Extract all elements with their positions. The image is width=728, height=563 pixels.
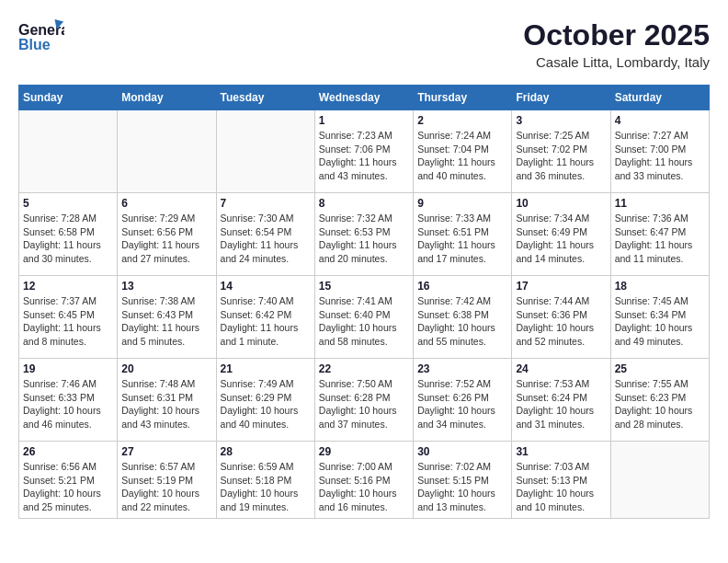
calendar-cell: 17Sunrise: 7:44 AMSunset: 6:36 PMDayligh… bbox=[512, 276, 610, 359]
day-number: 9 bbox=[417, 197, 507, 210]
day-info: Sunrise: 7:34 AMSunset: 6:49 PMDaylight:… bbox=[516, 212, 606, 266]
day-number: 11 bbox=[615, 197, 705, 210]
month-title: October 2025 bbox=[523, 18, 710, 52]
day-info: Sunrise: 7:25 AMSunset: 7:02 PMDaylight:… bbox=[516, 129, 606, 183]
day-number: 6 bbox=[121, 197, 211, 210]
calendar-cell: 5Sunrise: 7:28 AMSunset: 6:58 PMDaylight… bbox=[19, 193, 118, 276]
day-number: 25 bbox=[615, 362, 705, 375]
day-info: Sunrise: 6:59 AMSunset: 5:18 PMDaylight:… bbox=[221, 460, 311, 514]
calendar-cell: 22Sunrise: 7:50 AMSunset: 6:28 PMDayligh… bbox=[314, 359, 413, 442]
weekday-header: Monday bbox=[118, 86, 216, 110]
day-number: 30 bbox=[417, 445, 507, 458]
day-number: 14 bbox=[221, 280, 311, 293]
day-number: 26 bbox=[23, 445, 113, 458]
day-info: Sunrise: 7:48 AMSunset: 6:31 PMDaylight:… bbox=[121, 377, 211, 431]
calendar-cell: 21Sunrise: 7:49 AMSunset: 6:29 PMDayligh… bbox=[216, 359, 314, 442]
day-info: Sunrise: 7:55 AMSunset: 6:23 PMDaylight:… bbox=[615, 377, 705, 431]
day-number: 23 bbox=[417, 362, 507, 375]
day-number: 29 bbox=[319, 445, 409, 458]
day-info: Sunrise: 7:33 AMSunset: 6:51 PMDaylight:… bbox=[417, 212, 507, 266]
day-info: Sunrise: 7:45 AMSunset: 6:34 PMDaylight:… bbox=[615, 294, 705, 349]
calendar-cell: 20Sunrise: 7:48 AMSunset: 6:31 PMDayligh… bbox=[118, 359, 216, 442]
weekday-header: Wednesday bbox=[314, 86, 413, 110]
day-info: Sunrise: 7:03 AMSunset: 5:13 PMDaylight:… bbox=[516, 460, 606, 514]
weekday-header: Thursday bbox=[414, 86, 512, 110]
day-info: Sunrise: 7:30 AMSunset: 6:54 PMDaylight:… bbox=[221, 212, 311, 266]
weekday-header-row: SundayMondayTuesdayWednesdayThursdayFrid… bbox=[19, 86, 710, 110]
calendar-cell: 10Sunrise: 7:34 AMSunset: 6:49 PMDayligh… bbox=[512, 193, 610, 276]
weekday-header: Sunday bbox=[19, 86, 118, 110]
calendar-cell: 9Sunrise: 7:33 AMSunset: 6:51 PMDaylight… bbox=[414, 193, 512, 276]
day-info: Sunrise: 7:23 AMSunset: 7:06 PMDaylight:… bbox=[319, 129, 409, 183]
logo-icon: General Blue bbox=[18, 18, 64, 55]
day-info: Sunrise: 6:56 AMSunset: 5:21 PMDaylight:… bbox=[23, 460, 113, 514]
calendar-cell: 14Sunrise: 7:40 AMSunset: 6:42 PMDayligh… bbox=[216, 276, 314, 359]
day-info: Sunrise: 7:02 AMSunset: 5:15 PMDaylight:… bbox=[417, 460, 507, 514]
weekday-header: Tuesday bbox=[216, 86, 314, 110]
calendar-table: SundayMondayTuesdayWednesdayThursdayFrid… bbox=[18, 85, 710, 519]
calendar-cell: 19Sunrise: 7:46 AMSunset: 6:33 PMDayligh… bbox=[19, 359, 118, 442]
calendar-cell: 30Sunrise: 7:02 AMSunset: 5:15 PMDayligh… bbox=[414, 442, 512, 519]
location: Casale Litta, Lombardy, Italy bbox=[523, 54, 710, 70]
day-info: Sunrise: 7:38 AMSunset: 6:43 PMDaylight:… bbox=[121, 294, 211, 349]
svg-text:Blue: Blue bbox=[18, 37, 51, 52]
calendar-cell: 16Sunrise: 7:42 AMSunset: 6:38 PMDayligh… bbox=[414, 276, 512, 359]
calendar-cell bbox=[118, 110, 216, 193]
day-number: 3 bbox=[516, 114, 606, 127]
weekday-header: Saturday bbox=[610, 86, 709, 110]
day-number: 12 bbox=[23, 280, 113, 293]
day-number: 17 bbox=[516, 280, 606, 293]
day-info: Sunrise: 7:42 AMSunset: 6:38 PMDaylight:… bbox=[417, 294, 507, 349]
calendar-cell: 18Sunrise: 7:45 AMSunset: 6:34 PMDayligh… bbox=[610, 276, 709, 359]
day-number: 7 bbox=[221, 197, 311, 210]
calendar-cell: 24Sunrise: 7:53 AMSunset: 6:24 PMDayligh… bbox=[512, 359, 610, 442]
calendar-cell: 3Sunrise: 7:25 AMSunset: 7:02 PMDaylight… bbox=[512, 110, 610, 193]
day-number: 5 bbox=[23, 197, 113, 210]
title-area: October 2025 Casale Litta, Lombardy, Ita… bbox=[523, 18, 710, 70]
day-number: 20 bbox=[121, 362, 211, 375]
day-number: 15 bbox=[319, 280, 409, 293]
calendar-cell: 13Sunrise: 7:38 AMSunset: 6:43 PMDayligh… bbox=[118, 276, 216, 359]
calendar-week-row: 12Sunrise: 7:37 AMSunset: 6:45 PMDayligh… bbox=[19, 276, 710, 359]
calendar-cell: 28Sunrise: 6:59 AMSunset: 5:18 PMDayligh… bbox=[216, 442, 314, 519]
calendar-cell bbox=[610, 442, 709, 519]
day-number: 1 bbox=[319, 114, 409, 127]
calendar-cell bbox=[19, 110, 118, 193]
day-number: 13 bbox=[121, 280, 211, 293]
day-info: Sunrise: 7:49 AMSunset: 6:29 PMDaylight:… bbox=[221, 377, 311, 431]
day-number: 31 bbox=[516, 445, 606, 458]
day-info: Sunrise: 7:32 AMSunset: 6:53 PMDaylight:… bbox=[319, 212, 409, 266]
calendar-cell: 23Sunrise: 7:52 AMSunset: 6:26 PMDayligh… bbox=[414, 359, 512, 442]
day-info: Sunrise: 7:24 AMSunset: 7:04 PMDaylight:… bbox=[417, 129, 507, 183]
calendar-cell: 1Sunrise: 7:23 AMSunset: 7:06 PMDaylight… bbox=[314, 110, 413, 193]
calendar-cell: 26Sunrise: 6:56 AMSunset: 5:21 PMDayligh… bbox=[19, 442, 118, 519]
day-number: 8 bbox=[319, 197, 409, 210]
day-info: Sunrise: 7:36 AMSunset: 6:47 PMDaylight:… bbox=[615, 212, 705, 266]
calendar-week-row: 19Sunrise: 7:46 AMSunset: 6:33 PMDayligh… bbox=[19, 359, 710, 442]
day-number: 22 bbox=[319, 362, 409, 375]
day-info: Sunrise: 7:41 AMSunset: 6:40 PMDaylight:… bbox=[319, 294, 409, 349]
calendar-cell: 31Sunrise: 7:03 AMSunset: 5:13 PMDayligh… bbox=[512, 442, 610, 519]
weekday-header: Friday bbox=[512, 86, 610, 110]
day-number: 27 bbox=[121, 445, 211, 458]
calendar-cell: 4Sunrise: 7:27 AMSunset: 7:00 PMDaylight… bbox=[610, 110, 709, 193]
calendar-week-row: 26Sunrise: 6:56 AMSunset: 5:21 PMDayligh… bbox=[19, 442, 710, 519]
day-info: Sunrise: 7:37 AMSunset: 6:45 PMDaylight:… bbox=[23, 294, 113, 349]
day-number: 24 bbox=[516, 362, 606, 375]
day-number: 21 bbox=[221, 362, 311, 375]
day-number: 28 bbox=[221, 445, 311, 458]
day-number: 2 bbox=[417, 114, 507, 127]
day-number: 10 bbox=[516, 197, 606, 210]
logo: General Blue bbox=[18, 18, 68, 55]
calendar-cell: 7Sunrise: 7:30 AMSunset: 6:54 PMDaylight… bbox=[216, 193, 314, 276]
day-info: Sunrise: 7:29 AMSunset: 6:56 PMDaylight:… bbox=[121, 212, 211, 266]
calendar-cell: 12Sunrise: 7:37 AMSunset: 6:45 PMDayligh… bbox=[19, 276, 118, 359]
calendar-cell: 25Sunrise: 7:55 AMSunset: 6:23 PMDayligh… bbox=[610, 359, 709, 442]
calendar-cell: 11Sunrise: 7:36 AMSunset: 6:47 PMDayligh… bbox=[610, 193, 709, 276]
day-info: Sunrise: 7:53 AMSunset: 6:24 PMDaylight:… bbox=[516, 377, 606, 431]
day-number: 18 bbox=[615, 280, 705, 293]
day-info: Sunrise: 6:57 AMSunset: 5:19 PMDaylight:… bbox=[121, 460, 211, 514]
calendar-cell: 2Sunrise: 7:24 AMSunset: 7:04 PMDaylight… bbox=[414, 110, 512, 193]
day-info: Sunrise: 7:52 AMSunset: 6:26 PMDaylight:… bbox=[417, 377, 507, 431]
day-info: Sunrise: 7:27 AMSunset: 7:00 PMDaylight:… bbox=[615, 129, 705, 183]
